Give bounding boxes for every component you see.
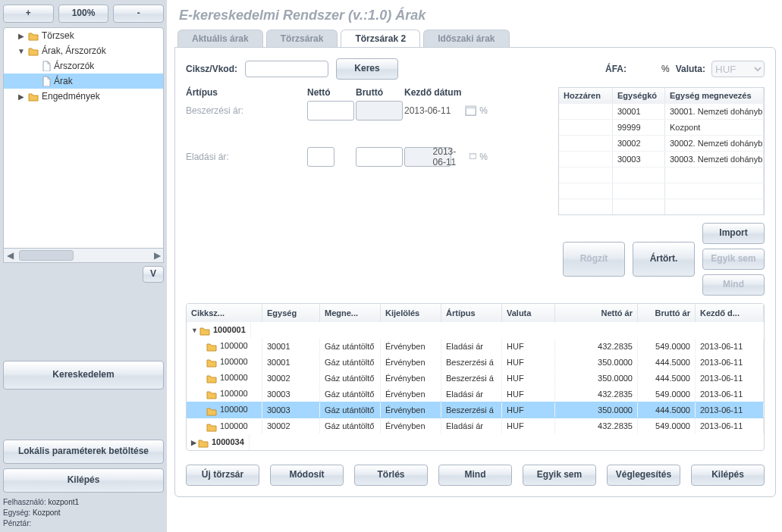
grid-row[interactable]: 10000030001Gáz utántöltőÉrvénybenEladási… [187, 338, 764, 354]
gh-cik[interactable]: Cikksz... [187, 304, 262, 322]
none-button[interactable]: Egyik sem [702, 249, 765, 270]
grid-row[interactable]: 10000030003Gáz utántöltőÉrvénybenBeszerz… [187, 402, 764, 418]
price-grid[interactable]: Cikksz... Egység Megne... Kijelölés Ártí… [186, 303, 765, 451]
all-button[interactable]: Mind [702, 274, 765, 296]
folder-icon [206, 358, 217, 367]
tree-item-label: Engedmények [42, 91, 100, 102]
grid-row[interactable]: 10000030002Gáz utántöltőÉrvénybenEladási… [187, 418, 764, 434]
gh-egy[interactable]: Egység [262, 304, 320, 322]
tree-hscroll[interactable]: ◀ ▶ [3, 249, 164, 263]
calendar-icon[interactable] [465, 105, 476, 117]
tree-item-label: Árak, Árszorzók [42, 45, 106, 56]
zoom-out-button[interactable]: - [113, 5, 164, 23]
chevron-right-icon[interactable]: ▶ [17, 92, 25, 101]
gh-art[interactable]: Ártípus [441, 304, 502, 322]
row2-label: Eladási ár: [186, 152, 307, 162]
document-icon [42, 61, 51, 71]
exit-button-2[interactable]: Kilépés [691, 465, 765, 486]
chevron-right-icon[interactable] [191, 437, 198, 446]
folder-icon [28, 92, 39, 101]
grid-group-row[interactable]: 1000001 [187, 322, 764, 338]
tree-item[interactable]: Árak [4, 74, 163, 89]
ut-h3: Egység megnevezés [665, 88, 764, 103]
unit-row[interactable]: 3000130001. Nemzeti dohányb [559, 103, 764, 119]
valuta-label: Valuta: [676, 64, 705, 74]
status-unit-key: Egység: [3, 509, 30, 517]
chevron-down-icon[interactable] [191, 325, 199, 334]
price-form: Ártípus Nettó Bruttó Kezdő dátum Beszerz… [186, 87, 543, 167]
tree-item[interactable]: ▶Törzsek [4, 28, 163, 43]
grid-row[interactable]: 10000030001Gáz utántöltőÉrvénybenBeszerz… [187, 354, 764, 370]
tab[interactable]: Törzsárak 2 [341, 30, 420, 47]
row1-net-input[interactable] [307, 101, 354, 120]
folder-icon [28, 46, 39, 55]
tree-item[interactable]: Árszorzók [4, 58, 163, 74]
grid-row[interactable]: 10000030002Gáz utántöltőÉrvénybenBeszerz… [187, 370, 764, 386]
gh-val[interactable]: Valuta [502, 304, 555, 322]
grid-group-row[interactable]: 1000034 [187, 434, 764, 450]
modify-button[interactable]: Módosít [270, 465, 344, 486]
all-button-2[interactable]: Mind [438, 465, 512, 486]
unit-row[interactable]: 3000330003. Nemzeti dohányb [559, 151, 764, 167]
head-gross: Bruttó [356, 87, 404, 98]
finalize-button[interactable]: Véglegesítés [607, 465, 680, 486]
gh-kij[interactable]: Kijelölés [381, 304, 441, 322]
gh-net[interactable]: Nettó ár [555, 304, 638, 322]
chevron-right-icon[interactable]: ▶ [17, 32, 25, 40]
status-user-key: Felhasználó: [3, 498, 46, 506]
main-panel: E-kereskedelmi Rendszer (v.:1.0) Árak Ak… [167, 0, 782, 532]
head-artype: Ártípus [186, 87, 307, 98]
import-button[interactable]: Import [702, 223, 765, 244]
search-button[interactable]: Keres [336, 58, 398, 80]
tab[interactable]: Törzsárak [266, 30, 338, 47]
tab[interactable]: Aktuális árak [177, 30, 263, 47]
row2-pct: % [479, 152, 488, 162]
status-till-key: Pénztár: [3, 519, 31, 527]
tab[interactable]: Időszaki árak [423, 30, 509, 47]
ciksz-input[interactable] [245, 61, 328, 77]
unit-row[interactable]: 3000230002. Nemzeti dohányb [559, 135, 764, 151]
folder-icon [206, 406, 217, 415]
v-toggle-button[interactable]: V [143, 266, 164, 283]
tree-item[interactable]: ▼Árak, Árszorzók [4, 43, 163, 58]
row1-gross-input[interactable] [356, 101, 403, 120]
gh-dat[interactable]: Kezdő d... [696, 304, 764, 322]
nav-tree[interactable]: ▶Törzsek▼Árak, ÁrszorzókÁrszorzókÁrak▶En… [3, 27, 164, 249]
scroll-right-icon[interactable]: ▶ [151, 250, 163, 261]
ciksz-label: Ciksz/Vkod: [186, 64, 237, 74]
valuta-select[interactable]: HUF [711, 61, 765, 77]
gh-bru[interactable]: Bruttó ár [638, 304, 696, 322]
calendar-icon[interactable] [470, 151, 476, 163]
zoom-level-button[interactable]: 100% [58, 5, 109, 23]
status-bar: Felhasználó: kozpont1 Egység: Kozpont Pé… [3, 497, 164, 529]
chevron-down-icon[interactable]: ▼ [17, 47, 25, 55]
gh-meg[interactable]: Megne... [320, 304, 381, 322]
folder-icon [206, 390, 217, 399]
market-button[interactable]: Kereskedelem [3, 361, 164, 390]
scroll-left-icon[interactable]: ◀ [4, 250, 16, 261]
tree-item[interactable]: ▶Engedmények [4, 89, 163, 104]
scroll-thumb[interactable] [19, 250, 74, 261]
row2-date: 2013-06-11 [433, 146, 467, 167]
folder-icon [206, 422, 217, 431]
status-unit-val: Kozpont [33, 509, 61, 517]
status-user-val: kozpont1 [48, 498, 79, 506]
price-history-button[interactable]: Ártört. [633, 242, 695, 277]
sidebar: + 100% - ▶Törzsek▼Árak, ÁrszorzókÁrszorz… [0, 0, 167, 532]
zoom-in-button[interactable]: + [3, 5, 54, 23]
new-button[interactable]: Új törzsár [186, 465, 259, 486]
afa-label: ÁFA: [605, 64, 627, 74]
none-button-2[interactable]: Egyik sem [523, 465, 596, 486]
exit-button[interactable]: Kilépés [3, 468, 164, 493]
tree-item-label: Árszorzók [54, 61, 94, 71]
unit-row[interactable]: 99999Kozpont [559, 119, 764, 135]
row2-pre-input[interactable] [307, 147, 334, 167]
load-params-button[interactable]: Lokális paraméterek betöltése [3, 440, 164, 464]
record-button[interactable]: Rögzít [563, 242, 625, 277]
head-date: Kezdő dátum [404, 87, 488, 98]
ut-h2: Egységkó [613, 88, 665, 103]
grid-row[interactable]: 10000030003Gáz utántöltőÉrvénybenEladási… [187, 386, 764, 402]
delete-button[interactable]: Törlés [354, 465, 428, 486]
row2-net-input[interactable] [356, 147, 403, 167]
unit-table[interactable]: Hozzáren Egységkó Egység megnevezés 3000… [558, 87, 765, 215]
